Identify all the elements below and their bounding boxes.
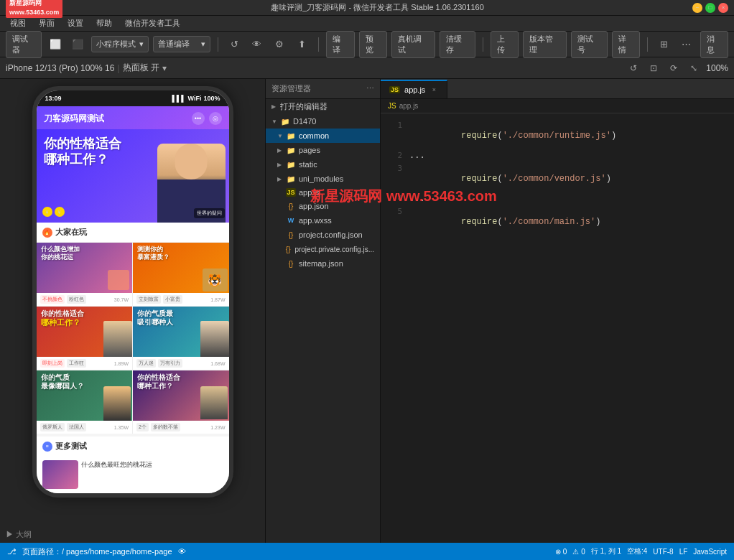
count-2: 1.87W: [210, 297, 225, 302]
card-footer-6: 2个 多的数不落 1.23W: [133, 421, 229, 434]
static-folder-icon: 📁: [286, 159, 296, 169]
status-spaces[interactable]: 空格:4: [627, 546, 647, 556]
card-person-4: [200, 321, 229, 357]
menu-interface[interactable]: 界面: [33, 17, 60, 30]
compile-button[interactable]: 编译: [326, 31, 354, 58]
game-card-1[interactable]: 什么颜色增加你的桃花运 不挑颜色 粉红色 30.7W: [37, 243, 133, 306]
app-js-icon: JS: [286, 188, 296, 197]
file-app-json[interactable]: {} app.json: [266, 199, 380, 213]
file-sitemap[interactable]: {} sitemap.json: [266, 256, 380, 271]
status-line-ending[interactable]: LF: [679, 548, 688, 556]
card-text-2: 测测你的暴富潜质？: [137, 246, 169, 261]
expand-icon[interactable]: ⤡: [686, 60, 702, 76]
reset-icon[interactable]: ↺: [626, 60, 641, 76]
status-line-col[interactable]: 行 1, 列 1: [591, 546, 621, 556]
file-project-config[interactable]: {} project.config.json: [266, 228, 380, 242]
close-button[interactable]: ×: [718, 3, 728, 13]
menu-help[interactable]: 帮助: [90, 17, 118, 30]
phone-mockup: 13:09 ▌▌▌ WiFi 100% 刀客源码网测试 ••• ◎: [32, 86, 233, 498]
file-app-js[interactable]: JS app.js: [266, 186, 380, 199]
toolbar-icon2[interactable]: ⬛: [69, 35, 87, 54]
folder-static[interactable]: ▶ 📁 static: [266, 157, 380, 172]
phone-status-right: ▌▌▌ WiFi 100%: [172, 95, 220, 102]
status-encoding[interactable]: UTF-8: [653, 548, 673, 556]
line-num-4: 4: [388, 194, 409, 203]
tab-close-button[interactable]: ×: [429, 85, 438, 94]
file-tree-header: 资源管理器 ⋯: [266, 79, 380, 99]
app-header: 刀客源码网测试 ••• ◎: [37, 106, 229, 129]
window-title: 趣味评测_刀客源码网 - 微信开发者工具 Stable 1.06.2301160: [62, 2, 692, 13]
target-icon[interactable]: ◎: [209, 112, 222, 125]
phone-container: 13:09 ▌▌▌ WiFi 100% 刀客源码网测试 ••• ◎: [0, 79, 265, 543]
line-num-1: 1: [388, 121, 409, 130]
game-card-4[interactable]: 你的气质最吸引哪种人 万人迷 万有引力 1.68W: [133, 307, 229, 370]
code-line-3: 3 require('./common/vendor.js'): [381, 164, 734, 194]
count-6: 1.23W: [210, 425, 225, 430]
status-bar: ⎇ 页面路径：/ pages/home-page/home-page 👁 ⊗ 0…: [0, 543, 734, 560]
mini-banner-img: [42, 460, 78, 489]
folder-pages[interactable]: ▶ 📁 pages: [266, 143, 380, 157]
status-warnings: ⚠ 0: [572, 548, 585, 556]
file-project-private[interactable]: {} project.private.config.js...: [266, 242, 380, 256]
coin2: ¥: [55, 207, 65, 217]
menu-view[interactable]: 视图: [4, 17, 32, 30]
open-editors-header[interactable]: ▶ 打开的编辑器: [266, 99, 380, 114]
game-card-5[interactable]: 你的气质最像哪国人？ 俄罗斯人 法国人 1.35W: [37, 370, 133, 434]
status-language[interactable]: JavaScript: [693, 548, 727, 556]
more-dots-icon[interactable]: •••: [192, 112, 205, 125]
eye-icon[interactable]: 👁: [248, 35, 266, 54]
file-app-wxss[interactable]: W app.wxss: [266, 213, 380, 228]
more-icon[interactable]: ⋯: [677, 35, 695, 54]
code-text-4: ...: [409, 194, 425, 204]
tab-app-js-label: app.js: [404, 85, 425, 94]
rotate-icon[interactable]: ⟳: [666, 60, 682, 76]
expand-label: ▶ 大纲: [6, 530, 32, 538]
menu-bar: 视图 界面 设置 帮助 微信开发者工具: [0, 16, 734, 32]
zoom-percent: 100%: [706, 63, 728, 73]
preview-button[interactable]: 预览: [359, 31, 387, 58]
fit-icon[interactable]: ⊡: [646, 60, 661, 76]
divider4: [647, 37, 648, 52]
notifications-button[interactable]: 消息: [700, 31, 728, 58]
clear-cache-button[interactable]: 清缓存: [440, 31, 475, 58]
card-footer-2: 立刻致富 小富贵 1.87W: [133, 293, 229, 306]
upload-button[interactable]: 上传: [491, 31, 519, 58]
real-machine-button[interactable]: 真机调试: [391, 31, 435, 58]
tab-app-js[interactable]: JS app.js ×: [381, 80, 447, 98]
menu-settings[interactable]: 设置: [62, 17, 89, 30]
game-card-6[interactable]: 你的性格适合哪种工作？ 2个 多的数不落 1.23W: [133, 370, 229, 434]
file-tree-footer: ▶ 大纲: [0, 526, 115, 543]
game-card-3[interactable]: 你的性格适合哪种工作？ 即刻上岗 工作狂 1.89W: [37, 307, 133, 370]
window-controls: − □ ×: [692, 3, 728, 13]
device-name: iPhone 12/13 (Pro) 100% 16: [6, 63, 114, 73]
device-right-group: ↺ ⊡ ⟳ ⤡ 100%: [626, 60, 728, 76]
file-tree-more-icon[interactable]: ⋯: [366, 84, 374, 93]
logo-badge: 新星源码网 www.53463.com: [6, 0, 62, 18]
gear-icon[interactable]: ⚙: [271, 35, 289, 54]
chevron-down-icon: ▾: [139, 39, 144, 49]
card-person-3: [103, 321, 132, 357]
detail-button[interactable]: 详情: [612, 31, 640, 58]
mode-select[interactable]: 小程序模式 ▾: [91, 36, 149, 52]
minimize-button[interactable]: −: [692, 3, 702, 13]
app-header-icons: ••• ◎: [192, 112, 222, 125]
test-button[interactable]: 测试号: [571, 31, 607, 58]
status-eye-icon[interactable]: 👁: [178, 547, 186, 556]
refresh-icon[interactable]: ↺: [226, 35, 243, 54]
layout-icon[interactable]: ⊞: [655, 35, 673, 54]
mini-banner[interactable]: 什么颜色最旺您的桃花运: [37, 456, 229, 493]
translate-select[interactable]: 普通编译 ▾: [153, 36, 210, 52]
root-folder[interactable]: ▼ 📁 D1470: [266, 114, 380, 129]
card-text-4: 你的气质最吸引哪种人: [137, 309, 173, 327]
maximize-button[interactable]: □: [705, 3, 715, 13]
version-button[interactable]: 版本管理: [523, 31, 567, 58]
folder-uni-modules[interactable]: ▶ 📁 uni_modules: [266, 172, 380, 186]
main-content: 13:09 ▌▌▌ WiFi 100% 刀客源码网测试 ••• ◎: [0, 79, 734, 543]
line-num-3: 3: [388, 164, 409, 173]
folder-common[interactable]: ▼ 📁 common: [266, 129, 380, 143]
share-icon[interactable]: ⬆: [293, 35, 311, 54]
debug-button[interactable]: 调试器: [6, 31, 42, 58]
menu-wechat-dev[interactable]: 微信开发者工具: [119, 17, 186, 30]
game-card-2[interactable]: 测测你的暴富潜质？ 🐯 立刻致富 小富贵 1.87W: [133, 243, 229, 306]
toolbar-icon1[interactable]: ⬜: [46, 35, 64, 54]
